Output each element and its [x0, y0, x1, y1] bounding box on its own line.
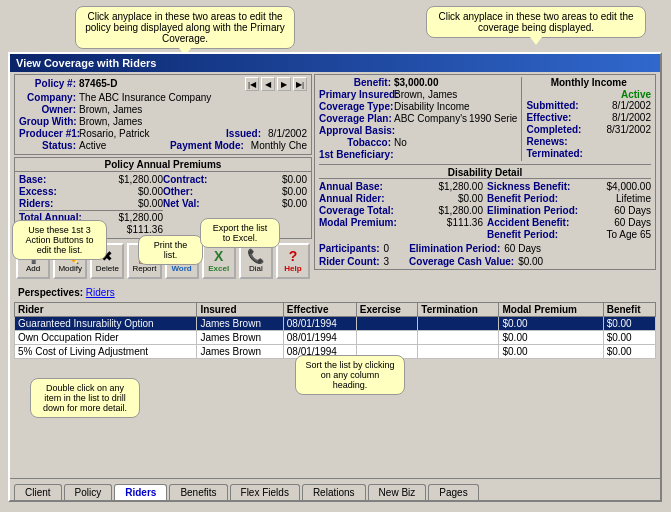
sickness-label: Sickness Benefit:	[487, 181, 572, 192]
table-cell-1-2: 08/01/1994	[283, 331, 356, 345]
table-cell-0-1: James Brown	[197, 317, 283, 331]
table-cell-1-3	[356, 331, 418, 345]
benefit-row: Benefit: $3,000.00	[319, 77, 517, 88]
elimination-value: 60 Days	[614, 205, 651, 216]
excess-label: Excess:	[19, 186, 57, 197]
tab-riders[interactable]: Riders	[114, 484, 167, 500]
riders-label: Riders:	[19, 198, 53, 209]
participants-value: 0	[384, 243, 390, 254]
annual-base-label: Annual Base:	[319, 181, 385, 192]
owner-label: Owner:	[19, 104, 79, 115]
double-click-callout: Double click on any item in the list to …	[30, 378, 140, 418]
coverage-type-row: Coverage Type: Disability Income	[319, 101, 517, 112]
coverage-type-label: Coverage Type:	[319, 101, 394, 112]
benefit-value: $3,000.00	[394, 77, 439, 88]
annual-rider-label: Annual Rider:	[319, 193, 387, 204]
benefit-monthly-row: Benefit: $3,000.00 Primary Insured: Brow…	[319, 77, 651, 161]
monthly-status: Active	[526, 89, 651, 100]
tab-client[interactable]: Client	[14, 484, 62, 500]
tab-relations[interactable]: Relations	[302, 484, 366, 500]
tab-new-biz[interactable]: New Biz	[368, 484, 427, 500]
table-container: Rider Insured Effective Exercise Termina…	[14, 302, 656, 359]
nav-first[interactable]: |◀	[245, 77, 259, 91]
contract-value: $0.00	[282, 174, 307, 185]
nav-last[interactable]: ▶|	[293, 77, 307, 91]
perspectives-link[interactable]: Riders	[86, 287, 115, 298]
col-modal-premium[interactable]: Modal Premium	[499, 303, 603, 317]
table-cell-1-1: James Brown	[197, 331, 283, 345]
tab-policy[interactable]: Policy	[64, 484, 113, 500]
right-block[interactable]: Benefit: $3,000.00 Primary Insured: Brow…	[314, 74, 656, 270]
riders-table: Rider Insured Effective Exercise Termina…	[14, 302, 656, 359]
help-button[interactable]: ? Help	[276, 243, 310, 279]
policy-number-value: 87465-D	[79, 78, 117, 89]
report-label: Report	[132, 264, 156, 273]
beneficiary-row: 1st Beneficiary:	[319, 149, 517, 160]
table-row[interactable]: Own Occupation RiderJames Brown08/01/199…	[15, 331, 656, 345]
submitted-row: Submitted: 8/1/2002	[526, 100, 651, 111]
total-annual-value: $1,280.00	[119, 212, 164, 223]
col-effective[interactable]: Effective	[283, 303, 356, 317]
benefit-label: Benefit:	[319, 77, 394, 88]
tab-flex-fields[interactable]: Flex Fields	[230, 484, 300, 500]
issued-label: Issued:	[226, 128, 264, 139]
col-benefit[interactable]: Benefit	[603, 303, 655, 317]
table-cell-1-0: Own Occupation Rider	[15, 331, 197, 345]
annual-base-value: $1,280.00	[439, 181, 484, 192]
dial-button[interactable]: 📞 Dial	[239, 243, 273, 279]
rider-count-row: Rider Count: 3 Coverage Cash Value: $0.0…	[319, 256, 651, 267]
col-rider[interactable]: Rider	[15, 303, 197, 317]
total-modal-value: $111.36	[127, 224, 163, 235]
primary-label: Primary Insured:	[319, 89, 394, 100]
table-row[interactable]: Guaranteed Insurability OptionJames Brow…	[15, 317, 656, 331]
disability-section: Disability Detail Annual Base: $1,280.00…	[319, 164, 651, 267]
monthly-income-section: Monthly Income Active Submitted: 8/1/200…	[521, 77, 651, 161]
right-column: Benefit: $3,000.00 Primary Insured: Brow…	[314, 74, 656, 283]
window-title-bar: View Coverage with Riders	[10, 54, 660, 72]
riders-value: $0.00	[138, 198, 163, 209]
col-termination[interactable]: Termination	[418, 303, 499, 317]
coverage-cash-value: $0.00	[518, 256, 543, 267]
issued-value: 8/1/2002	[268, 128, 307, 139]
policy-block[interactable]: Policy #: 87465-D |◀ ◀ ▶ ▶| Company: The…	[14, 74, 312, 155]
issued-section: Issued: 8/1/2002	[226, 128, 307, 139]
group-value: Brown, James	[79, 116, 142, 127]
tobacco-label: Tobacco:	[319, 137, 394, 148]
accident-row: Accident Benefit: 60 Days	[487, 217, 651, 228]
producer-value: Rosario, Patrick	[79, 128, 150, 139]
effective-row: Effective: 8/1/2002	[526, 112, 651, 123]
benefit-period2-label: Benefit Period:	[487, 229, 560, 240]
accident-value: 60 Days	[614, 217, 651, 228]
elim-period2-item: Elimination Period: 60 Days	[409, 243, 541, 254]
annual-base-row: Annual Base: $1,280.00	[319, 181, 483, 192]
left-callout: Click anyplace in these two areas to edi…	[75, 6, 295, 49]
dial-label: Dial	[249, 264, 263, 273]
benefit-period-row: Benefit Period: Lifetime	[487, 193, 651, 204]
delete-label: Delete	[96, 264, 119, 273]
premiums-title: Policy Annual Premiums	[15, 158, 311, 172]
payment-value: Monthly Che	[251, 140, 307, 151]
top-callouts: Click anyplace in these two areas to edi…	[0, 0, 671, 55]
coverage-type-value: Disability Income	[394, 101, 470, 112]
coverage-cash-item: Coverage Cash Value: $0.00	[409, 256, 543, 267]
status-row: Status: Active Payment Mode: Monthly Che	[19, 140, 307, 151]
terminated-label: Terminated:	[526, 148, 583, 159]
renews-label: Renews:	[526, 136, 567, 147]
elimination-label: Elimination Period:	[487, 205, 580, 216]
col-insured[interactable]: Insured	[197, 303, 283, 317]
table-cell-1-6: $0.00	[603, 331, 655, 345]
perspectives-label: Perspectives:	[18, 287, 83, 298]
tab-pages[interactable]: Pages	[428, 484, 478, 500]
sickness-value: $4,000.00	[607, 181, 652, 192]
nav-next[interactable]: ▶	[277, 77, 291, 91]
col-exercise[interactable]: Exercise	[356, 303, 418, 317]
table-cell-0-2: 08/01/1994	[283, 317, 356, 331]
coverage-plan-label: Coverage Plan:	[319, 113, 394, 124]
tab-benefits[interactable]: Benefits	[169, 484, 227, 500]
nav-prev[interactable]: ◀	[261, 77, 275, 91]
policy-number-label: Policy #:	[19, 78, 79, 89]
policy-number-row: Policy #: 87465-D |◀ ◀ ▶ ▶|	[19, 77, 307, 91]
excel-button[interactable]: X Excel	[202, 243, 236, 279]
excess-value: $0.00	[138, 186, 163, 197]
table-cell-2-4	[418, 345, 499, 359]
